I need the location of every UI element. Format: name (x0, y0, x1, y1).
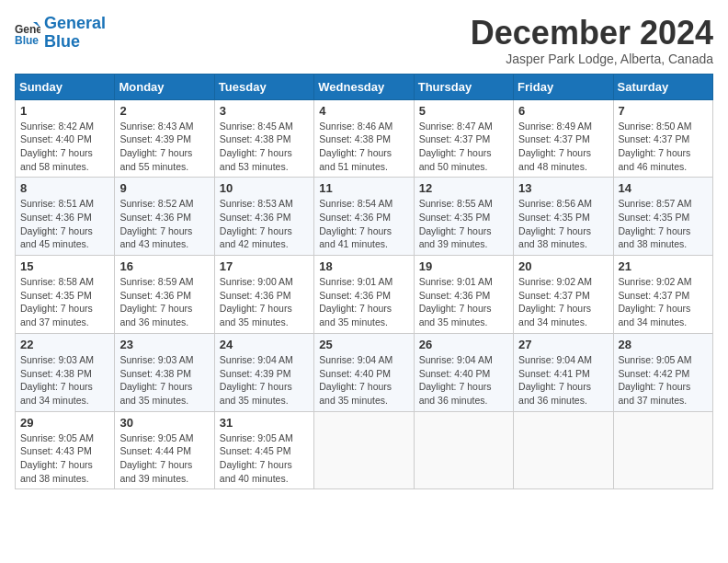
day-number: 13 (518, 181, 608, 195)
day-cell: 14Sunrise: 8:57 AM Sunset: 4:35 PM Dayli… (613, 178, 712, 256)
day-number: 22 (20, 338, 109, 351)
day-number: 16 (119, 259, 209, 273)
day-number: 27 (518, 338, 608, 351)
day-cell: 27Sunrise: 9:04 AM Sunset: 4:41 PM Dayli… (514, 333, 613, 411)
day-cell: 11Sunrise: 8:54 AM Sunset: 4:36 PM Dayli… (314, 178, 414, 256)
day-number: 29 (20, 416, 109, 430)
day-detail: Sunrise: 9:04 AM Sunset: 4:41 PM Dayligh… (518, 353, 608, 408)
day-cell: 9Sunrise: 8:52 AM Sunset: 4:36 PM Daylig… (115, 178, 214, 256)
day-number: 7 (619, 104, 708, 118)
day-number: 3 (220, 104, 309, 118)
day-number: 24 (220, 338, 309, 351)
title-block: December 2024 Jasper Park Lodge, Alberta… (471, 15, 713, 66)
header-tuesday: Tuesday (214, 74, 313, 99)
day-cell: 12Sunrise: 8:55 AM Sunset: 4:35 PM Dayli… (414, 178, 513, 256)
header-row: SundayMondayTuesdayWednesdayThursdayFrid… (16, 74, 713, 99)
day-cell: 5Sunrise: 8:47 AM Sunset: 4:37 PM Daylig… (414, 99, 513, 178)
day-number: 8 (20, 181, 109, 195)
day-number: 18 (319, 259, 408, 273)
day-detail: Sunrise: 8:47 AM Sunset: 4:37 PM Dayligh… (419, 120, 508, 174)
day-number: 28 (619, 338, 708, 351)
day-number: 14 (619, 181, 708, 195)
header-monday: Monday (115, 74, 214, 99)
day-cell: 21Sunrise: 9:02 AM Sunset: 4:37 PM Dayli… (613, 256, 712, 334)
day-detail: Sunrise: 8:59 AM Sunset: 4:36 PM Dayligh… (119, 275, 209, 329)
day-detail: Sunrise: 9:02 AM Sunset: 4:37 PM Dayligh… (619, 275, 708, 329)
day-detail: Sunrise: 9:04 AM Sunset: 4:40 PM Dayligh… (319, 353, 408, 408)
day-number: 6 (518, 104, 608, 118)
day-cell: 23Sunrise: 9:03 AM Sunset: 4:38 PM Dayli… (115, 333, 214, 411)
day-cell: 17Sunrise: 9:00 AM Sunset: 4:36 PM Dayli… (214, 256, 313, 334)
day-cell: 26Sunrise: 9:04 AM Sunset: 4:40 PM Dayli… (414, 333, 513, 411)
day-number: 20 (518, 259, 608, 273)
day-detail: Sunrise: 9:04 AM Sunset: 4:40 PM Dayligh… (419, 353, 508, 408)
day-detail: Sunrise: 8:54 AM Sunset: 4:36 PM Dayligh… (319, 197, 408, 251)
day-cell (613, 411, 712, 489)
day-number: 26 (419, 338, 508, 351)
day-cell: 22Sunrise: 9:03 AM Sunset: 4:38 PM Dayli… (16, 333, 115, 411)
day-number: 9 (119, 181, 209, 195)
day-number: 21 (619, 259, 708, 273)
day-cell: 6Sunrise: 8:49 AM Sunset: 4:37 PM Daylig… (514, 99, 613, 178)
day-cell: 20Sunrise: 9:02 AM Sunset: 4:37 PM Dayli… (514, 256, 613, 334)
day-detail: Sunrise: 8:56 AM Sunset: 4:35 PM Dayligh… (518, 197, 608, 251)
day-cell: 10Sunrise: 8:53 AM Sunset: 4:36 PM Dayli… (214, 178, 313, 256)
day-cell: 4Sunrise: 8:46 AM Sunset: 4:38 PM Daylig… (314, 99, 414, 178)
day-detail: Sunrise: 9:05 AM Sunset: 4:42 PM Dayligh… (619, 353, 708, 408)
day-detail: Sunrise: 8:51 AM Sunset: 4:36 PM Dayligh… (20, 197, 109, 251)
day-number: 2 (119, 104, 209, 118)
day-detail: Sunrise: 9:05 AM Sunset: 4:44 PM Dayligh… (119, 431, 209, 486)
page-header: General Blue General Blue December 2024 … (15, 15, 713, 66)
day-detail: Sunrise: 8:50 AM Sunset: 4:37 PM Dayligh… (619, 120, 708, 174)
week-row-3: 15Sunrise: 8:58 AM Sunset: 4:35 PM Dayli… (16, 256, 713, 334)
day-cell: 29Sunrise: 9:05 AM Sunset: 4:43 PM Dayli… (16, 411, 115, 489)
day-number: 17 (220, 259, 309, 273)
week-row-2: 8Sunrise: 8:51 AM Sunset: 4:36 PM Daylig… (16, 178, 713, 256)
day-detail: Sunrise: 8:52 AM Sunset: 4:36 PM Dayligh… (119, 197, 209, 251)
day-detail: Sunrise: 8:46 AM Sunset: 4:38 PM Dayligh… (319, 120, 408, 174)
day-cell: 7Sunrise: 8:50 AM Sunset: 4:37 PM Daylig… (613, 99, 712, 178)
day-cell: 31Sunrise: 9:05 AM Sunset: 4:45 PM Dayli… (214, 411, 313, 489)
logo-line2: Blue (44, 32, 80, 51)
day-detail: Sunrise: 9:05 AM Sunset: 4:43 PM Dayligh… (20, 431, 109, 486)
day-number: 1 (20, 104, 109, 118)
day-detail: Sunrise: 8:49 AM Sunset: 4:37 PM Dayligh… (518, 120, 608, 174)
day-number: 25 (319, 338, 408, 351)
day-number: 19 (419, 259, 508, 273)
day-detail: Sunrise: 9:05 AM Sunset: 4:45 PM Dayligh… (220, 431, 309, 486)
day-cell: 24Sunrise: 9:04 AM Sunset: 4:39 PM Dayli… (214, 333, 313, 411)
day-cell (414, 411, 513, 489)
day-detail: Sunrise: 9:04 AM Sunset: 4:39 PM Dayligh… (220, 353, 309, 408)
week-row-4: 22Sunrise: 9:03 AM Sunset: 4:38 PM Dayli… (16, 333, 713, 411)
day-cell: 8Sunrise: 8:51 AM Sunset: 4:36 PM Daylig… (16, 178, 115, 256)
day-detail: Sunrise: 8:58 AM Sunset: 4:35 PM Dayligh… (20, 275, 109, 329)
day-detail: Sunrise: 9:01 AM Sunset: 4:36 PM Dayligh… (419, 275, 508, 329)
day-cell: 30Sunrise: 9:05 AM Sunset: 4:44 PM Dayli… (115, 411, 214, 489)
day-number: 23 (119, 338, 209, 351)
calendar-header: SundayMondayTuesdayWednesdayThursdayFrid… (16, 74, 713, 99)
calendar-table: SundayMondayTuesdayWednesdayThursdayFrid… (15, 74, 713, 490)
day-detail: Sunrise: 8:57 AM Sunset: 4:35 PM Dayligh… (619, 197, 708, 251)
header-wednesday: Wednesday (314, 74, 414, 99)
day-detail: Sunrise: 8:45 AM Sunset: 4:38 PM Dayligh… (220, 120, 309, 174)
day-detail: Sunrise: 8:55 AM Sunset: 4:35 PM Dayligh… (419, 197, 508, 251)
day-number: 5 (419, 104, 508, 118)
day-cell: 13Sunrise: 8:56 AM Sunset: 4:35 PM Dayli… (514, 178, 613, 256)
day-detail: Sunrise: 9:01 AM Sunset: 4:36 PM Dayligh… (319, 275, 408, 329)
day-detail: Sunrise: 9:00 AM Sunset: 4:36 PM Dayligh… (220, 275, 309, 329)
day-number: 10 (220, 181, 309, 195)
svg-text:Blue: Blue (15, 34, 39, 46)
day-cell: 16Sunrise: 8:59 AM Sunset: 4:36 PM Dayli… (115, 256, 214, 334)
logo-line1: General (44, 14, 106, 32)
day-detail: Sunrise: 9:03 AM Sunset: 4:38 PM Dayligh… (119, 353, 209, 408)
day-detail: Sunrise: 8:53 AM Sunset: 4:36 PM Dayligh… (220, 197, 309, 251)
month-title: December 2024 (471, 15, 713, 52)
day-detail: Sunrise: 9:03 AM Sunset: 4:38 PM Dayligh… (20, 353, 109, 408)
day-cell (514, 411, 613, 489)
day-cell: 1Sunrise: 8:42 AM Sunset: 4:40 PM Daylig… (16, 99, 115, 178)
logo-icon: General Blue (15, 20, 40, 46)
day-cell: 18Sunrise: 9:01 AM Sunset: 4:36 PM Dayli… (314, 256, 414, 334)
day-cell: 15Sunrise: 8:58 AM Sunset: 4:35 PM Dayli… (16, 256, 115, 334)
header-saturday: Saturday (613, 74, 712, 99)
day-cell (314, 411, 414, 489)
